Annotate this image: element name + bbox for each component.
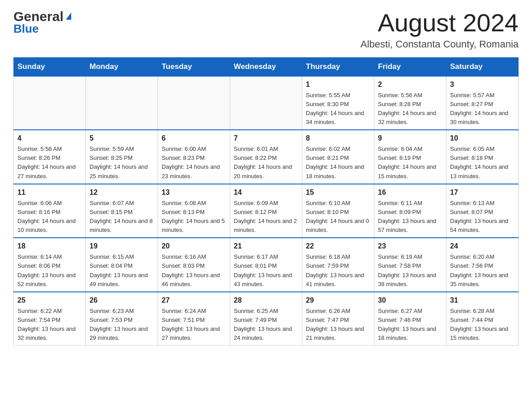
- col-monday: Monday: [86, 57, 158, 76]
- day-number: 13: [162, 187, 226, 198]
- title-area: August 2024 Albesti, Constanta County, R…: [360, 9, 519, 50]
- day-number: 23: [378, 241, 442, 252]
- calendar-cell: [14, 76, 86, 130]
- day-info: Sunrise: 5:58 AM Sunset: 8:26 PM Dayligh…: [17, 145, 82, 181]
- day-number: 20: [162, 241, 226, 252]
- day-number: 9: [378, 133, 442, 144]
- calendar-cell: 21Sunrise: 6:17 AM Sunset: 8:01 PM Dayli…: [230, 238, 302, 292]
- day-number: 22: [306, 241, 370, 252]
- col-saturday: Saturday: [446, 57, 519, 76]
- day-info: Sunrise: 6:27 AM Sunset: 7:46 PM Dayligh…: [378, 307, 442, 343]
- day-number: 28: [234, 295, 298, 306]
- day-info: Sunrise: 6:07 AM Sunset: 8:15 PM Dayligh…: [90, 199, 154, 235]
- calendar-cell: 6Sunrise: 6:00 AM Sunset: 8:23 PM Daylig…: [158, 130, 230, 184]
- calendar-week-row: 11Sunrise: 6:06 AM Sunset: 8:16 PM Dayli…: [14, 184, 519, 238]
- calendar-cell: 12Sunrise: 6:07 AM Sunset: 8:15 PM Dayli…: [86, 184, 158, 238]
- day-info: Sunrise: 6:14 AM Sunset: 8:06 PM Dayligh…: [17, 253, 82, 289]
- day-number: 31: [450, 295, 515, 306]
- day-info: Sunrise: 6:08 AM Sunset: 8:13 PM Dayligh…: [162, 199, 226, 235]
- calendar-cell: 5Sunrise: 5:59 AM Sunset: 8:25 PM Daylig…: [86, 130, 158, 184]
- day-number: 10: [450, 133, 515, 144]
- calendar-cell: 20Sunrise: 6:16 AM Sunset: 8:03 PM Dayli…: [158, 238, 230, 292]
- day-info: Sunrise: 6:13 AM Sunset: 8:07 PM Dayligh…: [450, 199, 515, 235]
- day-info: Sunrise: 6:10 AM Sunset: 8:10 PM Dayligh…: [306, 199, 370, 235]
- calendar-cell: 31Sunrise: 6:28 AM Sunset: 7:44 PM Dayli…: [446, 292, 519, 346]
- calendar-cell: 29Sunrise: 6:26 AM Sunset: 7:47 PM Dayli…: [302, 292, 374, 346]
- day-info: Sunrise: 6:06 AM Sunset: 8:16 PM Dayligh…: [17, 199, 82, 235]
- day-number: 5: [90, 133, 154, 144]
- calendar-cell: 30Sunrise: 6:27 AM Sunset: 7:46 PM Dayli…: [374, 292, 446, 346]
- calendar-cell: 16Sunrise: 6:11 AM Sunset: 8:09 PM Dayli…: [374, 184, 446, 238]
- day-number: 30: [378, 295, 442, 306]
- calendar-cell: 3Sunrise: 5:57 AM Sunset: 8:27 PM Daylig…: [446, 76, 519, 130]
- day-info: Sunrise: 6:04 AM Sunset: 8:19 PM Dayligh…: [378, 145, 442, 181]
- day-info: Sunrise: 5:57 AM Sunset: 8:27 PM Dayligh…: [450, 91, 515, 127]
- calendar-cell: 1Sunrise: 5:55 AM Sunset: 8:30 PM Daylig…: [302, 76, 374, 130]
- day-info: Sunrise: 5:59 AM Sunset: 8:25 PM Dayligh…: [90, 145, 154, 181]
- calendar-cell: 18Sunrise: 6:14 AM Sunset: 8:06 PM Dayli…: [14, 238, 86, 292]
- calendar-cell: 7Sunrise: 6:01 AM Sunset: 8:22 PM Daylig…: [230, 130, 302, 184]
- day-info: Sunrise: 6:19 AM Sunset: 7:58 PM Dayligh…: [378, 253, 442, 289]
- logo-blue: Blue: [13, 22, 39, 36]
- day-number: 17: [450, 187, 515, 198]
- day-info: Sunrise: 6:23 AM Sunset: 7:53 PM Dayligh…: [90, 307, 154, 343]
- day-number: 19: [90, 241, 154, 252]
- day-info: Sunrise: 6:05 AM Sunset: 8:18 PM Dayligh…: [450, 145, 515, 181]
- calendar-week-row: 4Sunrise: 5:58 AM Sunset: 8:26 PM Daylig…: [14, 130, 519, 184]
- calendar-cell: 8Sunrise: 6:02 AM Sunset: 8:21 PM Daylig…: [302, 130, 374, 184]
- calendar-cell: 15Sunrise: 6:10 AM Sunset: 8:10 PM Dayli…: [302, 184, 374, 238]
- calendar-cell: 22Sunrise: 6:18 AM Sunset: 7:59 PM Dayli…: [302, 238, 374, 292]
- calendar-cell: 11Sunrise: 6:06 AM Sunset: 8:16 PM Dayli…: [14, 184, 86, 238]
- calendar-week-row: 25Sunrise: 6:22 AM Sunset: 7:54 PM Dayli…: [14, 292, 519, 346]
- calendar-cell: 27Sunrise: 6:24 AM Sunset: 7:51 PM Dayli…: [158, 292, 230, 346]
- calendar-cell: [86, 76, 158, 130]
- day-number: 27: [162, 295, 226, 306]
- calendar-header-row: Sunday Monday Tuesday Wednesday Thursday…: [14, 57, 519, 76]
- calendar-cell: 13Sunrise: 6:08 AM Sunset: 8:13 PM Dayli…: [158, 184, 230, 238]
- day-number: 12: [90, 187, 154, 198]
- day-number: 15: [306, 187, 370, 198]
- day-number: 4: [17, 133, 82, 144]
- calendar-cell: 26Sunrise: 6:23 AM Sunset: 7:53 PM Dayli…: [86, 292, 158, 346]
- calendar-cell: 2Sunrise: 5:56 AM Sunset: 8:28 PM Daylig…: [374, 76, 446, 130]
- day-number: 6: [162, 133, 226, 144]
- day-number: 1: [306, 79, 370, 90]
- day-number: 21: [234, 241, 298, 252]
- calendar-cell: [230, 76, 302, 130]
- calendar-cell: 23Sunrise: 6:19 AM Sunset: 7:58 PM Dayli…: [374, 238, 446, 292]
- day-number: 25: [17, 295, 82, 306]
- day-number: 29: [306, 295, 370, 306]
- col-tuesday: Tuesday: [158, 57, 230, 76]
- day-number: 2: [378, 79, 442, 90]
- day-number: 18: [17, 241, 82, 252]
- day-number: 16: [378, 187, 442, 198]
- day-number: 26: [90, 295, 154, 306]
- day-info: Sunrise: 6:24 AM Sunset: 7:51 PM Dayligh…: [162, 307, 226, 343]
- day-info: Sunrise: 6:18 AM Sunset: 7:59 PM Dayligh…: [306, 253, 370, 289]
- day-info: Sunrise: 6:17 AM Sunset: 8:01 PM Dayligh…: [234, 253, 298, 289]
- calendar-cell: 28Sunrise: 6:25 AM Sunset: 7:49 PM Dayli…: [230, 292, 302, 346]
- col-wednesday: Wednesday: [230, 57, 302, 76]
- calendar-table: Sunday Monday Tuesday Wednesday Thursday…: [13, 57, 519, 346]
- day-number: 11: [17, 187, 82, 198]
- day-info: Sunrise: 6:00 AM Sunset: 8:23 PM Dayligh…: [162, 145, 226, 181]
- day-info: Sunrise: 6:16 AM Sunset: 8:03 PM Dayligh…: [162, 253, 226, 289]
- calendar-cell: 25Sunrise: 6:22 AM Sunset: 7:54 PM Dayli…: [14, 292, 86, 346]
- day-info: Sunrise: 6:22 AM Sunset: 7:54 PM Dayligh…: [17, 307, 82, 343]
- day-info: Sunrise: 6:15 AM Sunset: 8:04 PM Dayligh…: [90, 253, 154, 289]
- day-info: Sunrise: 6:28 AM Sunset: 7:44 PM Dayligh…: [450, 307, 515, 343]
- main-title: August 2024: [360, 9, 519, 37]
- day-number: 3: [450, 79, 515, 90]
- calendar-cell: 14Sunrise: 6:09 AM Sunset: 8:12 PM Dayli…: [230, 184, 302, 238]
- calendar-cell: 10Sunrise: 6:05 AM Sunset: 8:18 PM Dayli…: [446, 130, 519, 184]
- day-info: Sunrise: 5:56 AM Sunset: 8:28 PM Dayligh…: [378, 91, 442, 127]
- calendar-cell: 9Sunrise: 6:04 AM Sunset: 8:19 PM Daylig…: [374, 130, 446, 184]
- calendar-cell: [158, 76, 230, 130]
- day-info: Sunrise: 6:01 AM Sunset: 8:22 PM Dayligh…: [234, 145, 298, 181]
- day-number: 24: [450, 241, 515, 252]
- col-thursday: Thursday: [302, 57, 374, 76]
- calendar-cell: 19Sunrise: 6:15 AM Sunset: 8:04 PM Dayli…: [86, 238, 158, 292]
- day-info: Sunrise: 6:20 AM Sunset: 7:56 PM Dayligh…: [450, 253, 515, 289]
- day-number: 7: [234, 133, 298, 144]
- day-info: Sunrise: 6:09 AM Sunset: 8:12 PM Dayligh…: [234, 199, 298, 235]
